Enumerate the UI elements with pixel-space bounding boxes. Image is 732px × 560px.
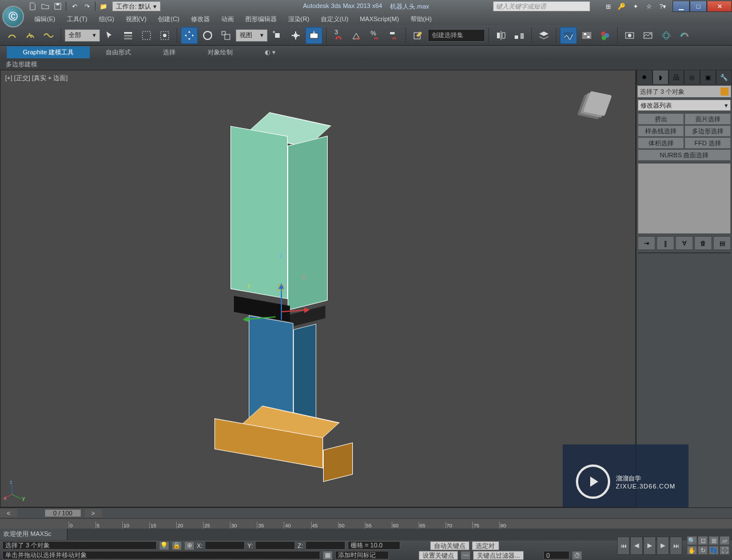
create-tab-icon[interactable]: ✸ [636,70,653,85]
hierarchy-tab-icon[interactable]: 品 [669,70,685,85]
select-manipulate-icon[interactable] [287,27,304,44]
pivot-center-icon[interactable] [269,27,286,44]
timeslider-left-icon[interactable]: < [0,509,17,517]
selection-lock-icon[interactable]: 💡 [159,541,169,550]
modifier-button[interactable]: 挤出 [638,113,684,125]
selection-name-field[interactable]: 选择了 3 个对象 [638,86,731,97]
keymode-icon[interactable]: 〰 [460,551,471,560]
menu-rendering[interactable]: 渲染(R) [283,13,315,25]
set-key-button[interactable]: 设置关键点 [419,551,458,560]
menu-animation[interactable]: 动画 [216,13,240,25]
modifier-button[interactable]: 体积选择 [638,137,684,149]
lock-icon[interactable]: 🔒 [172,541,182,550]
ribbon-tab-graphite[interactable]: Graphite 建模工具 [7,46,90,58]
undo-link-icon[interactable] [3,27,21,44]
current-frame-field[interactable]: 0 [543,551,570,559]
motion-tab-icon[interactable]: ◎ [684,70,700,85]
modifier-list-dropdown[interactable]: 修改器列表▾ [638,100,731,111]
project-folder-icon[interactable]: 📁 [97,1,110,11]
spinner-snap-icon[interactable] [385,27,402,44]
remove-modifier-icon[interactable]: 🗑 [694,236,712,250]
time-slider-handle[interactable]: 0 / 100 [45,509,81,517]
rectangle-select-icon[interactable] [138,27,155,44]
ribbon-panel[interactable]: 多边形建模 [0,58,732,70]
viewport-label[interactable]: [+] [正交] [真实 + 边面] [5,74,67,82]
rendered-frame-icon[interactable] [639,27,657,44]
open-file-icon[interactable] [39,1,51,11]
menu-views[interactable]: 视图(V) [120,13,153,25]
redo-icon[interactable]: ↷ [81,1,93,11]
zoom-icon[interactable]: 🔍 [687,536,697,545]
ribbon-expand-icon[interactable]: ◐ ▾ [249,47,292,58]
menu-grapheditors[interactable]: 图形编辑器 [240,13,283,25]
configure-sets-icon[interactable]: ▤ [713,236,731,250]
ribbon-tab-freeform[interactable]: 自由形式 [90,46,147,58]
auto-key-button[interactable]: 自动关键点 [430,541,470,550]
undo-icon[interactable]: ↶ [68,1,81,11]
curve-editor-icon[interactable] [560,27,577,44]
selected-keyframe-dropdown[interactable]: 选定对 [472,541,499,550]
ref-coord-dropdown[interactable]: 视图▾ [236,29,268,42]
ribbon-tab-selection[interactable]: 选择 [147,46,192,58]
render-setup-icon[interactable] [621,27,638,44]
modifier-button[interactable]: FFD 选择 [685,137,731,149]
abs-rel-icon[interactable]: ⊕ [184,541,194,550]
show-end-result-icon[interactable]: ‖ [657,236,674,250]
menu-group[interactable]: 组(G) [93,13,120,25]
exchange-icon[interactable]: ✦ [629,1,642,11]
menu-maxscript[interactable]: MAXScript(M) [354,14,404,24]
bind-spacewarp-icon[interactable] [40,27,57,44]
render-icon[interactable] [676,27,693,44]
timeslider-right-icon[interactable]: > [85,509,102,517]
unlink-icon[interactable] [22,27,39,44]
time-slider[interactable]: < 0 / 100 > [0,508,732,518]
time-config-icon[interactable]: ⏱ [572,551,582,560]
select-and-rotate-icon[interactable] [199,27,216,44]
named-selection-edit-icon[interactable] [409,27,427,44]
named-selection-set-input[interactable]: 创建选择集 [428,29,485,42]
time-tag-field[interactable]: 添加时间标记 [335,551,389,559]
percent-snap-icon[interactable]: % [367,27,384,44]
display-tab-icon[interactable]: ▣ [700,70,716,85]
maxscript-listener-icon[interactable]: ▦ [323,551,333,560]
menu-help[interactable]: 帮助(H) [405,13,437,25]
object-color-swatch[interactable] [721,88,729,96]
menu-modifiers[interactable]: 修改器 [185,13,216,25]
modifier-stack[interactable] [638,163,731,234]
keyboard-shortcut-override-icon[interactable] [305,27,323,44]
time-ruler[interactable]: 05101520253035404550556065707580 [0,518,732,529]
modifier-button[interactable]: 面片选择 [685,113,731,125]
search-input[interactable]: 键入关键字或短语 [493,1,590,11]
schematic-view-icon[interactable] [578,27,595,44]
mirror-icon[interactable] [492,27,510,44]
favorites-icon[interactable]: ☆ [643,1,655,11]
select-and-scale-icon[interactable] [217,27,234,44]
close-button[interactable]: ✕ [707,1,732,12]
save-icon[interactable] [51,1,64,11]
angle-snap-icon[interactable] [348,27,365,44]
layer-manager-icon[interactable] [535,27,552,44]
help-icon[interactable]: ?▾ [657,1,669,11]
select-by-name-icon[interactable] [120,27,137,44]
menu-customize[interactable]: 自定义(U) [315,13,354,25]
zoom-extents-icon[interactable]: ⊞ [709,536,719,545]
make-unique-icon[interactable]: ∀ [675,236,693,250]
new-file-icon[interactable] [26,1,39,11]
render-production-icon[interactable] [658,27,675,44]
infocenter-icon[interactable]: ⊞ [602,1,614,11]
menu-tools[interactable]: 工具(T) [61,13,93,25]
key-filters-button[interactable]: 关键点过滤器... [473,551,524,560]
ribbon-tab-objectpaint[interactable]: 对象绘制 [192,46,249,58]
select-and-move-icon[interactable] [181,27,198,44]
x-coord-input[interactable] [205,541,245,550]
viewport[interactable]: [+] [正交] [真实 + 边面] z y x [0,70,636,507]
application-menu-button[interactable]: Ⓒ [2,6,24,27]
fov-icon[interactable]: ▱ [719,536,730,545]
z-coord-input[interactable] [305,541,345,550]
modifier-button[interactable]: 多边形选择 [685,125,731,137]
y-coord-input[interactable] [255,541,295,550]
modifier-button[interactable]: 样条线选择 [638,125,684,137]
modifier-button[interactable]: NURBS 曲面选择 [638,149,731,161]
workspace-dropdown[interactable]: 工作台: 默认▾ [112,1,161,11]
viewcube[interactable] [580,86,615,121]
